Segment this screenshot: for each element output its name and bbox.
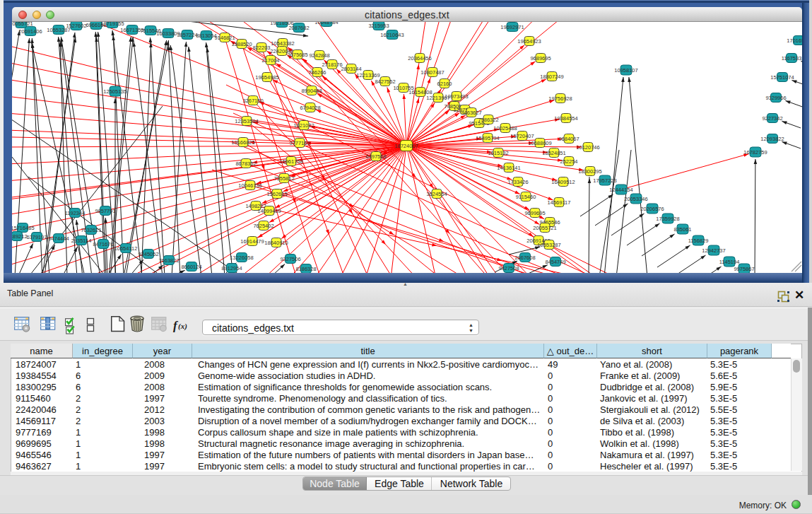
svg-text:16914479: 16914479 [240, 238, 264, 245]
svg-text:19654985: 19654985 [255, 74, 278, 81]
svg-text:17359928: 17359928 [656, 216, 679, 222]
svg-text:19692971: 19692971 [500, 24, 524, 30]
svg-text:12353594: 12353594 [235, 118, 258, 124]
svg-text:12505135: 12505135 [103, 88, 126, 95]
svg-text:835061: 835061 [673, 226, 691, 233]
svg-text:8186328: 8186328 [295, 266, 316, 272]
svg-text:9146821: 9146821 [214, 35, 235, 41]
svg-text:3857224: 3857224 [177, 32, 197, 38]
svg-text:217004: 217004 [261, 57, 279, 64]
svg-text:8427552: 8427552 [375, 78, 395, 85]
svg-text:17016504: 17016504 [787, 37, 802, 44]
svg-text:16648784: 16648784 [314, 22, 338, 25]
svg-text:18300295: 18300295 [578, 168, 601, 175]
svg-text:8813054: 8813054 [196, 33, 216, 39]
svg-text:2935114: 2935114 [71, 238, 92, 244]
svg-text:19166825: 19166825 [231, 139, 254, 146]
svg-text:19384554: 19384554 [554, 115, 577, 122]
svg-text:15751074: 15751074 [770, 74, 794, 81]
svg-text:16961758: 16961758 [279, 158, 302, 165]
svg-text:9857791: 9857791 [95, 208, 115, 214]
svg-text:9329966: 9329966 [765, 95, 786, 101]
svg-text:1562615: 1562615 [266, 191, 287, 197]
svg-text:10543382: 10543382 [271, 40, 294, 47]
svg-text:18724007: 18724007 [394, 143, 418, 149]
svg-text:3624554: 3624554 [426, 191, 447, 197]
svg-text:17957223: 17957223 [593, 177, 616, 184]
svg-text:12093822: 12093822 [760, 136, 784, 142]
svg-text:16210643: 16210643 [380, 32, 404, 38]
svg-text:20055721: 20055721 [533, 225, 556, 231]
svg-text:10553287: 10553287 [537, 242, 560, 248]
svg-text:1733426: 1733426 [507, 179, 528, 185]
svg-text:16782759: 16782759 [743, 149, 767, 156]
svg-text:2087682: 2087682 [288, 25, 309, 31]
svg-text:20055721: 20055721 [12, 22, 33, 27]
svg-text:18524851: 18524851 [542, 150, 565, 156]
svg-text:14136141: 14136141 [497, 165, 520, 171]
svg-text:2718176: 2718176 [322, 62, 342, 68]
svg-text:1615132: 1615132 [488, 150, 508, 156]
svg-text:10025488: 10025488 [493, 125, 517, 132]
svg-text:14569117: 14569117 [548, 199, 571, 206]
svg-text:9327506: 9327506 [280, 256, 300, 262]
svg-text:12942737: 12942737 [702, 247, 725, 254]
svg-text:3267150: 3267150 [242, 98, 263, 104]
svg-text:7663822: 7663822 [158, 257, 179, 264]
svg-text:252254: 252254 [560, 158, 577, 165]
svg-text:8454749: 8454749 [545, 259, 565, 265]
svg-text:(x): (x) [178, 322, 187, 331]
svg-text:822203: 822203 [252, 45, 270, 51]
svg-text:9227342: 9227342 [762, 115, 782, 122]
svg-text:1621072: 1621072 [293, 122, 314, 129]
svg-text:9975867: 9975867 [734, 266, 754, 272]
svg-text:12213369: 12213369 [356, 72, 379, 78]
svg-text:6379197: 6379197 [26, 234, 47, 240]
svg-text:1167533: 1167533 [782, 55, 802, 62]
svg-text:7625402: 7625402 [253, 223, 273, 229]
svg-text:6794028: 6794028 [300, 105, 320, 111]
svg-text:1156829: 1156829 [688, 238, 709, 244]
svg-text:7986322: 7986322 [478, 117, 498, 123]
svg-text:13226058: 13226058 [230, 255, 253, 261]
svg-text:15720407: 15720407 [510, 133, 534, 139]
svg-text:9389212: 9389212 [12, 233, 28, 240]
svg-text:10973493: 10973493 [445, 93, 468, 100]
svg-text:746266: 746266 [308, 69, 326, 76]
svg-text:9699695: 9699695 [524, 210, 545, 216]
svg-text:8990448: 8990448 [301, 88, 322, 94]
svg-text:10654112: 10654112 [114, 245, 138, 252]
svg-text:6497568: 6497568 [365, 153, 386, 160]
svg-text:9463627: 9463627 [461, 110, 481, 116]
svg-text:10120746: 10120746 [576, 144, 599, 151]
svg-text:20053346: 20053346 [624, 196, 647, 202]
svg-text:1192344: 1192344 [65, 210, 86, 216]
svg-text:10807487: 10807487 [420, 69, 444, 76]
svg-text:8678352: 8678352 [235, 160, 256, 167]
svg-text:8912954: 8912954 [221, 265, 242, 271]
svg-text:20364456: 20364456 [408, 55, 431, 62]
svg-text:15716485: 15716485 [12, 225, 35, 231]
svg-text:15495794: 15495794 [476, 135, 499, 141]
svg-text:1527602: 1527602 [66, 23, 86, 29]
svg-text:9245052: 9245052 [138, 251, 158, 257]
svg-text:16409512: 16409512 [551, 179, 575, 185]
svg-text:9115460: 9115460 [516, 194, 536, 200]
svg-text:8660124: 8660124 [181, 264, 201, 270]
svg-text:10958107: 10958107 [614, 67, 637, 74]
svg-text:9242848: 9242848 [309, 52, 329, 59]
svg-text:19654923: 19654923 [517, 38, 541, 45]
svg-text:10046736: 10046736 [238, 182, 261, 189]
svg-text:7955812: 7955812 [273, 175, 294, 182]
svg-text:20691406: 20691406 [18, 28, 42, 35]
svg-text:18807249: 18807249 [540, 74, 563, 80]
svg-text:14099489: 14099489 [257, 208, 281, 214]
svg-text:12444154: 12444154 [609, 187, 632, 193]
svg-text:19756928: 19756928 [548, 95, 572, 102]
svg-text:20206576: 20206576 [640, 206, 664, 212]
svg-text:9474444: 9474444 [48, 235, 69, 242]
svg-text:62160: 62160 [437, 81, 452, 87]
svg-text:9684067: 9684067 [558, 136, 579, 142]
svg-text:9777169: 9777169 [289, 140, 310, 146]
svg-text:2803144: 2803144 [341, 66, 361, 72]
